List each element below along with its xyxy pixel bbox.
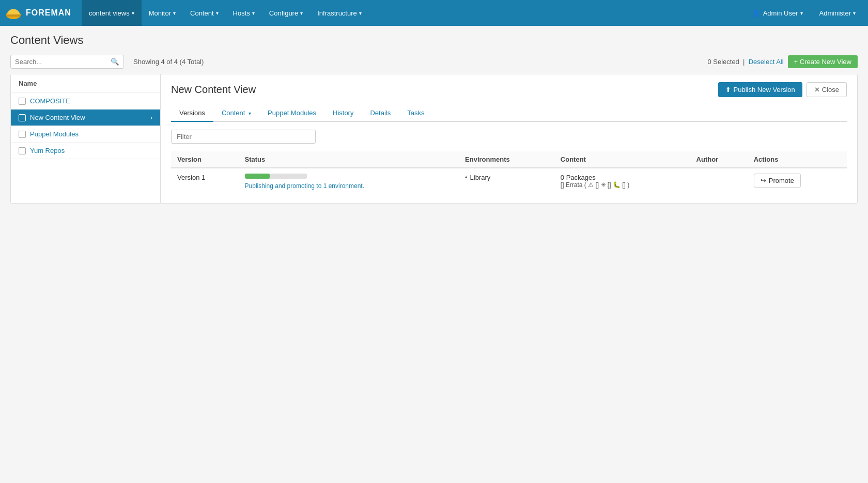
packages-count: 0 Packages: [561, 174, 684, 181]
promote-icon: ↪: [761, 177, 766, 184]
chevron-down-icon: ▾: [173, 10, 176, 16]
chevron-down-icon: ▾: [800, 10, 803, 16]
promote-button[interactable]: ↪ Promote: [754, 174, 801, 188]
chevron-down-icon: ▾: [216, 10, 219, 16]
sidebar-item-label-composite: COMPOSITE: [30, 97, 152, 105]
chevron-down-icon: ▾: [249, 111, 251, 116]
tabs: Versions Content ▾ Puppet Modules Histor…: [171, 105, 847, 122]
chevron-down-icon: ▾: [359, 10, 362, 16]
toolbar: 🔍 Showing 4 of 4 (4 Total) 0 Selected | …: [10, 55, 858, 69]
sidebar-item-label-puppet-modules: Puppet Modules: [30, 130, 152, 138]
nav-configure[interactable]: Configure ▾: [262, 0, 310, 26]
sidebar-header: Name: [11, 74, 160, 93]
sidebar-item-label-yum-repos: Yum Repos: [30, 147, 152, 154]
selected-count: 0 Selected | Deselect All: [707, 58, 783, 66]
status-link[interactable]: Publishing and promoting to 1 environmen…: [245, 182, 364, 190]
tab-history[interactable]: History: [324, 105, 362, 122]
toolbar-left: 🔍 Showing 4 of 4 (4 Total): [10, 55, 204, 69]
sidebar: Name COMPOSITE New Content View › Puppet…: [11, 74, 161, 203]
cell-status: Publishing and promoting to 1 environmen…: [239, 168, 459, 195]
header-actions: ⬆ Publish New Version ✕ Close: [718, 82, 847, 97]
tab-content[interactable]: Content ▾: [213, 105, 259, 122]
content-area: New Content View ⬆ Publish New Version ✕…: [161, 74, 857, 203]
publish-new-version-button[interactable]: ⬆ Publish New Version: [718, 82, 802, 97]
content-view-header: New Content View ⬆ Publish New Version ✕…: [171, 82, 847, 97]
progress-bar-wrap: [245, 174, 307, 179]
user-icon: 👤: [752, 9, 761, 17]
brand[interactable]: FOREMAN: [5, 5, 82, 21]
page-title: Content Views: [10, 34, 858, 47]
col-author: Author: [690, 151, 748, 168]
col-status: Status: [239, 151, 459, 168]
showing-info: Showing 4 of 4 (4 Total): [133, 58, 204, 66]
env-library: Library: [465, 174, 548, 181]
chevron-down-icon: ▾: [853, 10, 856, 16]
cell-author: [690, 168, 748, 195]
tab-puppet-modules[interactable]: Puppet Modules: [259, 105, 324, 122]
search-button[interactable]: 🔍: [106, 56, 123, 68]
nav-monitor[interactable]: Monitor ▾: [142, 0, 183, 26]
deselect-all-link[interactable]: Deselect All: [749, 58, 784, 66]
create-new-view-button[interactable]: + Create New View: [788, 55, 858, 68]
errata-warning-icon: ⚠: [588, 181, 594, 189]
col-actions: Actions: [748, 151, 847, 168]
close-icon: ✕: [814, 86, 820, 94]
col-environments: Environments: [459, 151, 554, 168]
nav-content-views[interactable]: content views ▾: [82, 0, 142, 26]
chevron-down-icon: ▾: [132, 10, 134, 16]
tab-details[interactable]: Details: [362, 105, 399, 122]
nav-administer[interactable]: Administer ▾: [812, 0, 863, 26]
close-button[interactable]: ✕ Close: [807, 82, 847, 97]
foreman-logo: [5, 5, 22, 21]
nav-hosts[interactable]: Hosts ▾: [226, 0, 262, 26]
tab-versions[interactable]: Versions: [171, 105, 213, 122]
cell-version: Version 1: [171, 168, 239, 195]
errata-enhancement-icon: 🐛: [613, 181, 621, 189]
brand-label: FOREMAN: [26, 8, 71, 18]
sidebar-checkbox-composite[interactable]: [19, 98, 26, 105]
filter-input[interactable]: [171, 130, 316, 144]
sidebar-item-new-content-view[interactable]: New Content View ›: [11, 110, 160, 126]
search-input[interactable]: [11, 55, 106, 68]
chevron-down-icon: ▾: [252, 10, 255, 16]
search-wrap: 🔍: [10, 55, 124, 69]
toolbar-right: 0 Selected | Deselect All + Create New V…: [707, 55, 858, 68]
sidebar-item-yum-repos[interactable]: Yum Repos: [11, 143, 160, 159]
search-icon: 🔍: [111, 58, 119, 66]
page-container: Content Views 🔍 Showing 4 of 4 (4 Total)…: [0, 26, 868, 211]
col-version: Version: [171, 151, 239, 168]
cell-environments: Library: [459, 168, 554, 195]
sidebar-checkbox-new-content-view[interactable]: [19, 114, 26, 121]
chevron-down-icon: ▾: [300, 10, 303, 16]
col-content: Content: [554, 151, 690, 168]
arrow-icon: ›: [150, 114, 152, 121]
content-view-title: New Content View: [171, 84, 256, 96]
errata-info: [] Errata ( ⚠ [] ✳ [] 🐛 [] ): [561, 181, 684, 189]
sidebar-checkbox-yum-repos[interactable]: [19, 147, 26, 154]
sidebar-item-puppet-modules[interactable]: Puppet Modules: [11, 126, 160, 143]
nav-infrastructure[interactable]: Infrastructure ▾: [310, 0, 369, 26]
svg-rect-1: [6, 14, 21, 17]
table-row: Version 1 Publishing and promoting to 1 …: [171, 168, 847, 195]
publish-icon: ⬆: [725, 86, 731, 94]
tab-tasks[interactable]: Tasks: [399, 105, 432, 122]
versions-table: Version Status Environments Content Auth…: [171, 151, 847, 195]
sidebar-item-composite[interactable]: COMPOSITE: [11, 93, 160, 110]
sidebar-item-label-new-content-view: New Content View: [30, 114, 146, 121]
sidebar-checkbox-puppet-modules[interactable]: [19, 131, 26, 138]
navbar: FOREMAN content views ▾ Monitor ▾ Conten…: [0, 0, 868, 26]
primary-nav: content views ▾ Monitor ▾ Content ▾ Host…: [82, 0, 745, 26]
nav-content[interactable]: Content ▾: [183, 0, 226, 26]
navbar-right: 👤 Admin User ▾ Administer ▾: [745, 0, 863, 26]
cell-content: 0 Packages [] Errata ( ⚠ [] ✳ [] 🐛 [] ): [554, 168, 690, 195]
errata-bug-icon: ✳: [601, 181, 606, 189]
progress-bar-fill: [245, 174, 270, 179]
nav-admin-user[interactable]: 👤 Admin User ▾: [745, 0, 810, 26]
main-layout: Name COMPOSITE New Content View › Puppet…: [10, 74, 858, 204]
cell-actions: ↪ Promote: [748, 168, 847, 195]
